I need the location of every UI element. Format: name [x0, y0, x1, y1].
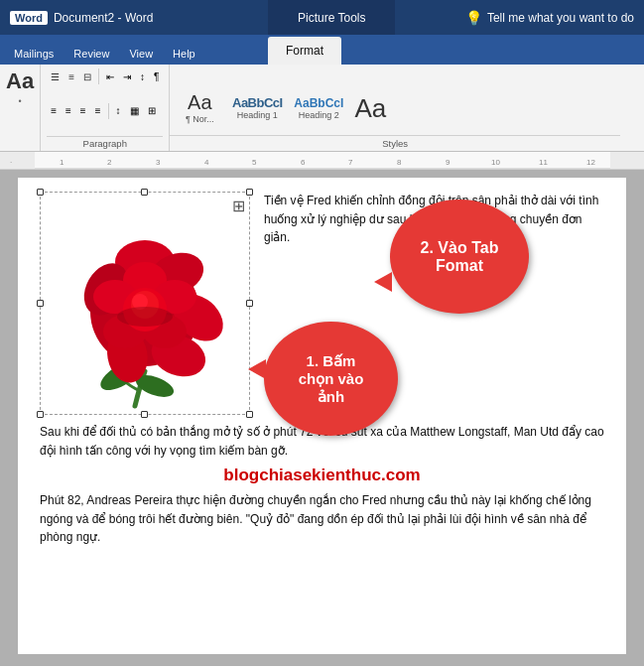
- callout2-arrow: [374, 272, 392, 292]
- bullets-button[interactable]: ☰: [47, 67, 64, 85]
- heading2-preview: AaBbCcI: [294, 96, 343, 110]
- ruler: · 1 2 3 4 5 6 7 8 9 10 11 12: [0, 152, 644, 170]
- style-heading2[interactable]: AaBbCcI Heading 2: [289, 73, 348, 143]
- ribbon-paragraph-group: ☰ ≡ ⊟ ⇤ ⇥ ↕ ¶ ≡ ≡ ≡ ≡ ↕ ▦ ⊞ Paragraph: [41, 65, 170, 151]
- tab-review[interactable]: Review: [64, 43, 119, 65]
- svg-text:9: 9: [446, 158, 451, 167]
- tab-mailings[interactable]: Mailings: [4, 43, 64, 65]
- pilcrow-button[interactable]: ¶: [150, 67, 163, 85]
- svg-text:1: 1: [60, 158, 64, 167]
- styles-gallery: Aa ¶ Nor... AaBbCcI Heading 1 AaBbCcI He…: [170, 65, 644, 151]
- callout1-text: 1. Bấm chọn vào ảnh: [299, 352, 364, 406]
- svg-text:6: 6: [301, 158, 306, 167]
- layout-options-icon[interactable]: ⊞: [232, 197, 245, 215]
- handle-bm[interactable]: [141, 411, 148, 418]
- tab-format[interactable]: Format: [268, 37, 341, 65]
- handle-bl[interactable]: [37, 411, 44, 418]
- sort-button[interactable]: ↕: [136, 67, 149, 85]
- handle-tl[interactable]: [37, 189, 44, 196]
- ribbon-font-group: Aa •: [0, 65, 41, 151]
- ribbon-tabs-row: Mailings Review View Help Format: [0, 35, 644, 65]
- numbering-button[interactable]: ≡: [64, 67, 78, 85]
- title-bar-left: Word Document2 - Word: [0, 11, 465, 25]
- svg-text:11: 11: [539, 158, 548, 167]
- picture-tools-label: Picture Tools: [268, 0, 395, 35]
- tab-view[interactable]: View: [119, 43, 163, 65]
- paragraph-3: Phút 82, Andreas Pereira thực hiện đường…: [40, 491, 604, 547]
- callout-format-tab: 2. Vào Tab Fomat: [390, 200, 529, 314]
- align-center[interactable]: ≡: [62, 102, 75, 120]
- svg-rect-1: [35, 152, 610, 170]
- handle-br[interactable]: [246, 411, 253, 418]
- align-justify[interactable]: ≡: [91, 102, 105, 120]
- handle-tr[interactable]: [246, 189, 253, 196]
- style-title-big[interactable]: Aa: [350, 73, 390, 143]
- font-size-aa: Aa: [6, 68, 34, 94]
- document-title: Document2 - Word: [54, 11, 153, 25]
- para-controls-row2: ≡ ≡ ≡ ≡ ↕ ▦ ⊞: [47, 102, 163, 120]
- rose-image: [41, 193, 249, 414]
- borders[interactable]: ⊞: [144, 102, 160, 120]
- heading1-preview: AaBbCcI: [232, 95, 283, 110]
- svg-text:5: 5: [252, 158, 257, 167]
- callout1-arrow: [248, 359, 266, 379]
- decrease-indent[interactable]: ⇤: [102, 67, 118, 85]
- title-big-preview: Aa: [354, 95, 386, 121]
- document-page: ⊞: [18, 178, 626, 654]
- svg-text:·: ·: [10, 158, 12, 167]
- svg-text:4: 4: [204, 158, 209, 167]
- increase-indent[interactable]: ⇥: [119, 67, 135, 85]
- svg-text:12: 12: [586, 158, 595, 167]
- selected-image-container[interactable]: ⊞: [40, 192, 250, 415]
- para-controls-row1: ☰ ≡ ⊟ ⇤ ⇥ ↕ ¶: [47, 67, 163, 85]
- svg-point-34: [117, 307, 173, 327]
- align-right[interactable]: ≡: [76, 102, 90, 120]
- callout-click-image: 1. Bấm chọn vào ảnh: [264, 322, 398, 436]
- multilevel-button[interactable]: ⊟: [79, 67, 95, 85]
- handle-mr[interactable]: [246, 300, 253, 307]
- tab-help[interactable]: Help: [163, 43, 205, 65]
- tell-me-text: Tell me what you want to do: [487, 11, 634, 25]
- handle-tm[interactable]: [141, 189, 148, 196]
- svg-text:8: 8: [397, 158, 402, 167]
- para-sep1: [98, 68, 99, 84]
- normal-preview: Aa: [188, 91, 211, 114]
- svg-text:7: 7: [348, 158, 353, 167]
- ribbon-content: Aa • ☰ ≡ ⊟ ⇤ ⇥ ↕ ¶ ≡ ≡ ≡ ≡ ↕ ▦ ⊞ Paragra…: [0, 65, 644, 152]
- align-left[interactable]: ≡: [47, 102, 61, 120]
- font-size-label: •: [18, 96, 21, 106]
- callout2-text: 2. Vào Tab Fomat: [421, 239, 499, 275]
- svg-text:2: 2: [107, 158, 112, 167]
- svg-text:3: 3: [156, 158, 161, 167]
- blog-watermark: blogchiasekienthuc.com: [40, 466, 604, 485]
- heading2-label: Heading 2: [299, 110, 339, 120]
- style-normal[interactable]: Aa ¶ Nor...: [174, 73, 225, 143]
- para-sep2: [108, 103, 109, 119]
- svg-text:10: 10: [491, 158, 500, 167]
- tell-me-area[interactable]: 💡 Tell me what you want to do: [465, 10, 644, 26]
- paragraph-label: Paragraph: [47, 136, 163, 149]
- shading[interactable]: ▦: [126, 102, 143, 120]
- lightbulb-icon: 💡: [465, 10, 482, 26]
- document-background: ⊞: [0, 170, 644, 666]
- word-icon: Word: [10, 11, 48, 25]
- line-spacing[interactable]: ↕: [112, 102, 125, 120]
- styles-label: Styles: [170, 135, 620, 149]
- handle-ml[interactable]: [37, 300, 44, 307]
- normal-label: ¶ Nor...: [186, 114, 214, 124]
- style-heading1[interactable]: AaBbCcI Heading 1: [227, 73, 287, 143]
- heading1-label: Heading 1: [237, 110, 278, 120]
